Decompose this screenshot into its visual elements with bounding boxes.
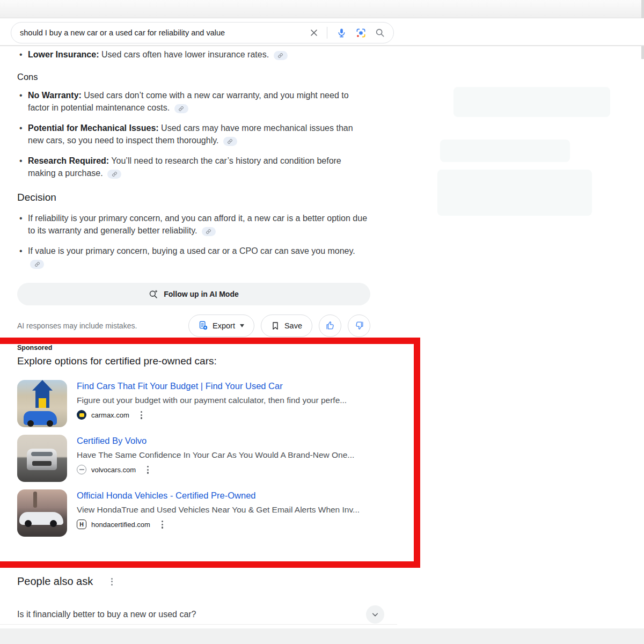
ad-content: Find Cars That Fit Your Budget | Find Yo… [77,380,394,427]
bullet-text: If reliability is your primary concern, … [28,214,367,236]
mic-icon[interactable] [336,28,347,38]
car-art [27,449,57,470]
ad-description: View HondaTrue and Used Vehicles Near Yo… [77,505,394,515]
ad-thumbnail-carmax[interactable] [17,380,67,427]
people-also-ask-header: People also ask [17,575,384,588]
ad-description: Have The Same Confidence In Your Car As … [77,450,394,460]
people-also-ask-section: People also ask Is it financially better… [17,575,384,624]
ad-row-honda: Official Honda Vehicles - Certified Pre-… [17,489,394,537]
ad-description: Figure out your budget with our payment … [77,396,394,405]
follow-up-label: Follow up in AI Mode [164,290,238,298]
section-heading-cons: Cons [17,72,370,82]
ai-disclaimer: AI responses may include mistakes. [17,321,137,330]
page-bottom-strip [0,628,644,644]
list-item: If value is your primary concern, buying… [17,245,370,270]
more-vert-icon[interactable] [160,519,164,530]
bullet-text: Used cars often have lower insurance rat… [101,50,269,59]
faded-side-block [437,170,592,216]
ad-meta: carmax.com [77,410,394,420]
lens-icon[interactable] [356,28,366,38]
list-item: Potential for Mechanical Issues: Used ca… [17,122,370,147]
search-bar-icons [310,27,385,39]
list-item: If reliability is your primary concern, … [17,212,370,237]
more-vert-icon[interactable] [146,465,150,475]
ad-row-carmax: Find Cars That Fit Your Budget | Find Yo… [17,380,394,427]
ad-thumbnail-honda[interactable] [17,489,67,537]
sponsored-label: Sponsored [17,344,394,352]
follow-up-ai-mode-button[interactable]: Follow up in AI Mode [17,283,370,305]
thumbs-down-button[interactable] [348,314,370,337]
sponsored-section: Sponsored Explore options for certified … [17,344,394,544]
ai-mode-icon [149,289,158,299]
paa-question-text: Is it financially better to buy a new or… [17,610,196,619]
car-art [24,411,57,425]
faded-side-block [453,87,610,117]
search-icons-divider [327,27,327,39]
export-icon [199,321,208,330]
search-input[interactable]: should I buy a new car or a used car for… [11,22,394,43]
ad-content: Certified By Volvo Have The Same Confide… [77,435,394,482]
list-item: No Warranty: Used cars don’t come with a… [17,89,370,114]
ad-title-link[interactable]: Official Honda Vehicles - Certified Pre-… [77,491,394,501]
ai-overview: Lower Insurance: Used cars often have lo… [17,48,370,337]
save-button[interactable]: Save [261,314,312,337]
search-query-text[interactable]: should I buy a new car or a used car for… [20,28,310,37]
source-link-chip[interactable] [174,104,188,113]
thumbs-up-button[interactable] [319,314,341,337]
paa-question-row[interactable]: Is it financially better to buy a new or… [17,605,384,624]
sponsored-heading: Explore options for certified pre-owned … [17,355,394,367]
ad-domain: hondacertified.com [91,521,150,529]
search-header: should I buy a new car or a used car for… [0,18,644,45]
search-icon[interactable] [375,28,385,38]
google-search-results-page: should I buy a new car or a used car for… [0,0,644,644]
ad-domain: volvocars.com [91,466,136,474]
thumbs-up-icon [325,320,335,331]
ad-domain: carmax.com [91,411,129,419]
faded-side-block [440,140,570,162]
ad-meta: volvocars.com [77,465,394,475]
source-link-chip[interactable] [107,170,121,179]
more-vert-icon[interactable] [140,410,143,420]
ad-content: Official Honda Vehicles - Certified Pre-… [77,489,394,537]
clear-icon[interactable] [310,29,318,36]
list-item: Research Required: You’ll need to resear… [17,155,370,180]
desert-art [33,492,37,508]
save-icon [271,321,280,330]
export-button[interactable]: Export [188,314,254,337]
save-label: Save [284,321,302,330]
expand-question-button[interactable] [366,605,384,624]
section-divider [0,624,397,625]
storefront-art [39,398,46,408]
list-item: Lower Insurance: Used cars often have lo… [17,48,370,61]
ad-title-link[interactable]: Find Cars That Fit Your Budget | Find Yo… [77,381,394,391]
ad-row-volvo: Certified By Volvo Have The Same Confide… [17,435,394,482]
export-label: Export [213,321,235,330]
bullet-lead: No Warranty: [28,91,82,100]
bullet-text: If value is your primary concern, buying… [28,246,355,255]
ad-thumbnail-volvo[interactable] [17,435,67,482]
chevron-down-icon [240,324,244,327]
honda-favicon: H [77,519,86,529]
bullet-lead: Lower Insurance: [28,50,99,59]
source-link-chip[interactable] [202,227,216,236]
thumbs-down-icon [354,320,364,331]
browser-top-strip [0,0,644,18]
ad-meta: H hondacertified.com [77,519,394,530]
section-heading-decision: Decision [17,192,370,203]
ai-action-buttons: Export Save [188,314,370,337]
ai-overview-footer: AI responses may include mistakes. Expor… [17,314,370,337]
more-vert-icon[interactable] [110,577,114,587]
ad-title-link[interactable]: Certified By Volvo [77,436,394,446]
bullet-lead: Research Required: [28,156,109,165]
header-divider [0,45,644,46]
bullet-lead: Potential for Mechanical Issues: [28,123,159,133]
source-link-chip[interactable] [223,137,237,146]
volvo-favicon [77,465,86,474]
chevron-down-icon [371,611,379,618]
source-link-chip[interactable] [274,51,288,60]
carmax-favicon [77,410,86,420]
source-link-chip[interactable] [30,260,44,269]
people-also-ask-title: People also ask [17,575,93,588]
car-art [19,512,63,525]
